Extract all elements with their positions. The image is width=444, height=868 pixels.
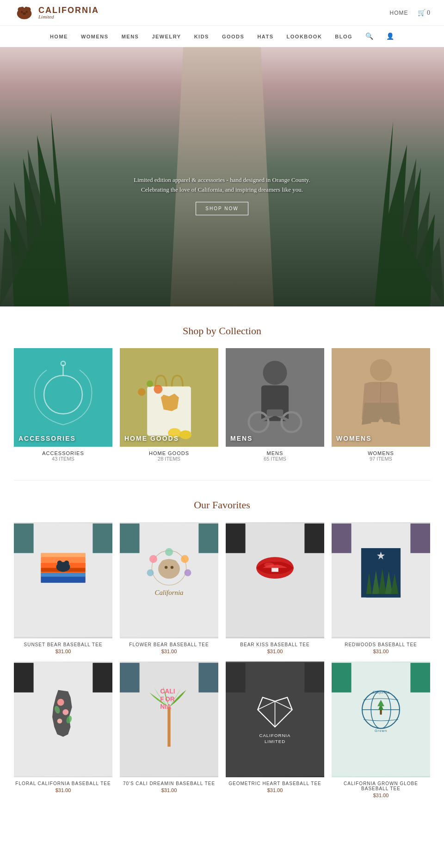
product-cali-dreamin-name: 70'S CALI DREAMIN BASEBALL TEE (123, 781, 215, 786)
svg-point-75 (57, 718, 62, 724)
homegoods-label: HOME GOODS (124, 435, 179, 442)
svg-text:Grown: Grown (375, 728, 387, 732)
product-redwoods-name: REDWOODS BASEBALL TEE (345, 642, 417, 647)
section-divider (14, 480, 430, 481)
svg-text:NIA: NIA (160, 702, 171, 710)
collection-mens-image: MENS (226, 348, 324, 447)
svg-rect-33 (41, 553, 86, 557)
nav-lookbook[interactable]: LOOKBOOK (287, 34, 322, 39)
product-flower-bear[interactable]: California FLOWER BEAR BASEBALL TEE $31.… (120, 522, 218, 654)
product-sunset-bear[interactable]: SUNSET BEAR BASEBALL TEE $31.00 (14, 522, 112, 654)
svg-point-14 (147, 381, 153, 387)
product-flower-bear-image: California (120, 522, 218, 638)
collection-mens[interactable]: MENS MENS 65 ITEMS (226, 348, 324, 462)
svg-point-53 (165, 566, 167, 568)
svg-rect-57 (246, 524, 305, 637)
svg-point-5 (21, 11, 23, 13)
svg-rect-43 (140, 524, 199, 637)
svg-rect-60 (271, 568, 278, 572)
hero-content: Limited edition apparel & accessories - … (130, 175, 314, 216)
collection-homegoods-image: HOME GOODS (120, 348, 218, 447)
product-floral-ca-price: $31.00 (56, 787, 71, 793)
mens-count: 65 ITEMS (264, 456, 286, 462)
product-ca-globe-image: California Grown (332, 662, 430, 778)
product-redwoods[interactable]: REDWOODS BASEBALL TEE $31.00 (332, 522, 430, 654)
svg-rect-70 (366, 594, 401, 597)
svg-point-73 (57, 699, 64, 706)
accessories-name: ACCESSORIES (42, 450, 84, 456)
nav-goods[interactable]: GOODS (222, 34, 244, 39)
collection-womens[interactable]: WOMENS WOMENS 97 ITEMS (332, 348, 430, 462)
svg-rect-27 (384, 422, 391, 444)
main-navigation: HOME WOMENS MENS JEWELRY KIDS GOODS HATS… (0, 26, 444, 47)
svg-point-25 (370, 359, 392, 381)
svg-point-54 (171, 566, 173, 568)
accessories-count: 43 ITEMS (52, 456, 74, 462)
nav-womens[interactable]: WOMENS (81, 34, 109, 39)
user-icon[interactable]: 👤 (386, 32, 394, 40)
svg-rect-34 (41, 558, 86, 562)
svg-point-4 (25, 6, 28, 9)
svg-text:OR: OR (165, 695, 175, 702)
svg-point-59 (264, 562, 274, 568)
cart-icon[interactable]: 🛒 0 (418, 9, 431, 17)
svg-text:CALI: CALI (160, 687, 175, 694)
product-geo-heart-name: GEOMETRIC HEART BASEBALL TEE (228, 781, 321, 786)
top-home-link[interactable]: HOME (390, 10, 408, 16)
product-floral-ca[interactable]: FLORAL CALIFORNIA BASEBALL TEE $31.00 (14, 662, 112, 799)
top-bar: CALIFORNIA Limited HOME 🛒 0 (0, 0, 444, 26)
brand-tagline: Limited (38, 14, 99, 19)
svg-rect-8 (14, 348, 112, 447)
nav-blog[interactable]: BLOG (335, 34, 352, 39)
logo[interactable]: CALIFORNIA Limited (14, 5, 99, 21)
shop-now-button[interactable]: SHOP NOW (196, 202, 248, 215)
nav-kids[interactable]: KIDS (194, 34, 209, 39)
svg-point-17 (179, 431, 191, 439)
svg-point-74 (62, 709, 68, 715)
svg-rect-37 (41, 573, 86, 577)
mens-name: MENS (267, 450, 284, 456)
homegoods-count: 28 ITEMS (158, 456, 180, 462)
svg-text:California: California (154, 589, 183, 596)
svg-point-50 (181, 555, 189, 563)
svg-point-6 (26, 11, 28, 13)
product-cali-dreamin-image: CALI F OR NIA (120, 662, 218, 778)
svg-rect-80 (167, 707, 170, 746)
nav-jewelry[interactable]: JEWELRY (152, 34, 181, 39)
search-icon[interactable]: 🔍 (365, 32, 373, 40)
product-redwoods-image (332, 522, 430, 638)
nav-home[interactable]: HOME (50, 34, 68, 39)
svg-text:CALIFORNIA: CALIFORNIA (259, 732, 290, 737)
svg-point-49 (165, 548, 173, 556)
product-ca-globe-name: CALIFORNIA GROWN GLOBE BASEBALL TEE (332, 781, 430, 791)
svg-point-13 (154, 385, 162, 393)
svg-point-3 (21, 6, 24, 9)
product-geo-heart-image: CALIFORNIA LIMITED (226, 662, 324, 778)
product-cali-dreamin[interactable]: CALI F OR NIA 70'S CALI DREAMIN BASEBALL… (120, 662, 218, 799)
collection-accessories[interactable]: ACCESSORIES ACCESSORIES 43 ITEMS (14, 348, 112, 462)
product-flower-bear-price: $31.00 (161, 649, 177, 654)
hero-section: Limited edition apparel & accessories - … (0, 47, 444, 306)
product-cali-dreamin-price: $31.00 (161, 787, 177, 793)
svg-text:F: F (160, 695, 164, 702)
product-flower-bear-name: FLOWER BEAR BASEBALL TEE (129, 642, 209, 647)
svg-rect-103 (380, 710, 382, 715)
product-ca-globe[interactable]: California Grown CALIFORNIA GROWN GLOBE … (332, 662, 430, 799)
product-geo-heart-price: $31.00 (267, 787, 283, 793)
product-bear-kiss[interactable]: BEAR KISS BASEBALL TEE $31.00 (226, 522, 324, 654)
svg-point-48 (149, 555, 157, 563)
product-redwoods-price: $31.00 (373, 649, 389, 654)
product-floral-ca-name: FLORAL CALIFORNIA BASEBALL TEE (15, 781, 111, 786)
collection-homegoods[interactable]: HOME GOODS HOME GOODS 28 ITEMS (120, 348, 218, 462)
svg-point-7 (23, 12, 26, 15)
product-bear-kiss-name: BEAR KISS BASEBALL TEE (240, 642, 309, 647)
product-floral-ca-image (14, 662, 112, 778)
collection-accessories-image: ACCESSORIES (14, 348, 112, 447)
hero-tagline: Limited edition apparel & accessories - … (130, 175, 314, 195)
nav-hats[interactable]: HATS (257, 34, 273, 39)
product-geo-heart[interactable]: CALIFORNIA LIMITED GEOMETRIC HEART BASEB… (226, 662, 324, 799)
accessories-label: ACCESSORIES (18, 435, 76, 442)
nav-mens[interactable]: MENS (122, 34, 139, 39)
collections-section: Shop by Collection ACCESSORIES ACCESSORI… (0, 325, 444, 480)
svg-point-52 (147, 569, 154, 576)
